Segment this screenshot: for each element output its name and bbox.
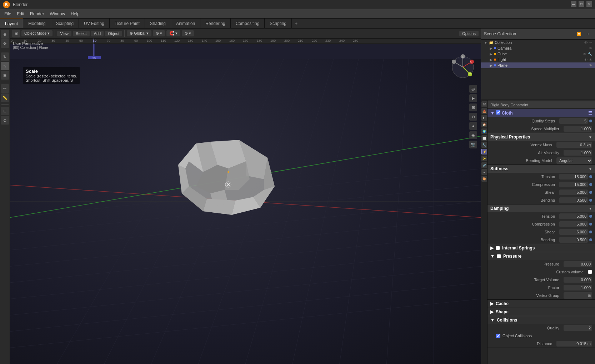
- tab-texture-paint[interactable]: Texture Paint: [110, 19, 145, 28]
- cloth-checkbox[interactable]: [496, 110, 500, 116]
- view-layer-icon[interactable]: ◧: [481, 115, 487, 121]
- add-workspace-button[interactable]: +: [292, 19, 300, 28]
- cache-header[interactable]: ▶ Cache: [488, 300, 595, 308]
- physical-properties-header[interactable]: Physical Properties ▼: [488, 133, 595, 141]
- quality-steps-value[interactable]: [559, 118, 588, 124]
- maximize-button[interactable]: □: [579, 1, 584, 7]
- cursor-tool[interactable]: ⊕: [1, 30, 9, 39]
- viewport-gizmo[interactable]: X Z Y: [449, 53, 477, 81]
- minimize-button[interactable]: —: [571, 1, 576, 7]
- tab-compositing[interactable]: Compositing: [231, 19, 265, 28]
- object-props-icon[interactable]: ⬜: [481, 135, 487, 141]
- collision-quality-value[interactable]: [564, 325, 592, 331]
- annotate-tool[interactable]: ✏: [1, 84, 9, 93]
- damping-header[interactable]: Damping ▼: [488, 204, 595, 212]
- vertex-group-icon[interactable]: ⊞: [588, 294, 591, 298]
- cloth-enabled-checkbox[interactable]: [496, 110, 500, 115]
- constraints-icon[interactable]: 🔗: [481, 162, 487, 168]
- shading-icon[interactable]: ●: [469, 122, 477, 130]
- move-tool[interactable]: ✥: [1, 39, 9, 48]
- vertex-mass-value[interactable]: [556, 142, 592, 148]
- pressure-checkbox[interactable]: [497, 254, 501, 258]
- physics-props-icon[interactable]: ⚡: [481, 149, 487, 155]
- collisions-header[interactable]: ▼ Collisions: [488, 316, 595, 324]
- menu-render[interactable]: Render: [27, 10, 47, 17]
- air-viscosity-value[interactable]: [564, 150, 592, 156]
- measure-tool[interactable]: 📏: [1, 93, 9, 102]
- tab-sculpting[interactable]: Sculpting: [51, 19, 79, 28]
- editor-type-icon[interactable]: ▣: [12, 30, 20, 37]
- tab-scripting[interactable]: Scripting: [265, 19, 292, 28]
- collection-item-root[interactable]: ▼ 📁 Collection 👁 ↩: [481, 40, 595, 45]
- add-collection-icon[interactable]: +: [584, 30, 592, 38]
- render-icon[interactable]: ◉: [469, 131, 477, 139]
- tab-shading[interactable]: Shading: [145, 19, 171, 28]
- data-props-icon[interactable]: ▲: [481, 169, 487, 175]
- distance-value[interactable]: [556, 341, 592, 347]
- extra-tool[interactable]: ⊙: [1, 116, 9, 125]
- factor-value[interactable]: [564, 285, 592, 290]
- damping-compression-value[interactable]: [559, 221, 588, 227]
- rotate-tool[interactable]: ↻: [1, 52, 9, 61]
- speed-multiplier-value[interactable]: [564, 126, 592, 132]
- world-props-icon[interactable]: 🌍: [481, 128, 487, 134]
- cloth-header[interactable]: ▼ Cloth ☰: [488, 109, 595, 117]
- stiffness-header[interactable]: Stiffness ▼: [488, 165, 595, 173]
- bending-model-select[interactable]: Angular Linear: [556, 157, 592, 164]
- global-transform[interactable]: ⊕ Global ▾: [127, 30, 151, 36]
- tab-modeling[interactable]: Modeling: [23, 19, 51, 28]
- pressure-value[interactable]: [564, 261, 592, 267]
- camera-icon[interactable]: 📷: [469, 141, 477, 148]
- viewport-toggle-icon[interactable]: ◎: [469, 85, 477, 93]
- tab-rendering[interactable]: Rendering: [200, 19, 230, 28]
- overlay-icon[interactable]: ⊙: [469, 113, 477, 121]
- menu-window[interactable]: Window: [47, 10, 68, 17]
- pressure-header[interactable]: ▼ Pressure: [488, 252, 595, 260]
- object-menu[interactable]: Object: [105, 31, 122, 36]
- close-button[interactable]: ✕: [586, 1, 592, 7]
- render-props-icon[interactable]: 🎬: [481, 101, 487, 107]
- tab-uv-editing[interactable]: UV Editing: [79, 19, 110, 28]
- tab-layout[interactable]: Layout: [0, 19, 23, 28]
- toolbar-toggle-icon[interactable]: ⊞: [469, 103, 477, 111]
- stiffness-tension-value[interactable]: [559, 174, 588, 180]
- view-menu[interactable]: View: [57, 31, 71, 36]
- output-props-icon[interactable]: 📤: [481, 108, 487, 114]
- add-menu[interactable]: Add: [91, 31, 104, 36]
- collection-item-camera[interactable]: ▶ Camera 👁: [481, 45, 595, 51]
- stiffness-compression-value[interactable]: [559, 182, 588, 187]
- object-collisions-checkbox[interactable]: [496, 334, 500, 338]
- material-icon[interactable]: 🎨: [481, 176, 487, 182]
- tab-animation[interactable]: Animation: [171, 19, 200, 28]
- custom-volume-checkbox[interactable]: [588, 270, 592, 274]
- transform-tool[interactable]: ⊞: [1, 71, 9, 80]
- collection-item-light[interactable]: ▶ Light 👁 ☀: [481, 57, 595, 62]
- timeline-track[interactable]: 60: [10, 44, 481, 59]
- scene-props-icon[interactable]: 🏠: [481, 122, 487, 127]
- target-volume-value[interactable]: [564, 277, 592, 283]
- stiffness-bending-value[interactable]: [559, 197, 588, 203]
- proportional-edit[interactable]: ⊙ ▾: [182, 30, 194, 36]
- menu-file[interactable]: File: [1, 10, 14, 17]
- filter-icon[interactable]: 🔽: [575, 30, 583, 38]
- internal-springs-header[interactable]: ▶ Internal Springs: [488, 244, 595, 252]
- viewport-canvas[interactable]: User Perspective (60) Collection | Plane…: [10, 39, 481, 364]
- add-cube-tool[interactable]: □: [1, 107, 9, 115]
- damping-bending-value[interactable]: [559, 237, 588, 243]
- menu-edit[interactable]: Edit: [14, 10, 27, 17]
- scale-tool[interactable]: ⤡: [1, 62, 9, 70]
- particles-icon[interactable]: ✨: [481, 156, 487, 161]
- collection-item-plane[interactable]: ▶ Plane 👁: [481, 62, 595, 68]
- sidebar-toggle-icon[interactable]: ▶: [469, 94, 477, 102]
- snap-toggle[interactable]: 🧲 ▾: [166, 30, 180, 36]
- select-menu[interactable]: Select: [73, 31, 90, 36]
- shape-header[interactable]: ▶ Shape: [488, 308, 595, 316]
- damping-tension-value[interactable]: [559, 213, 588, 219]
- pivot-point[interactable]: ⊙ ▾: [153, 30, 165, 36]
- mode-select[interactable]: Object Mode ▾: [21, 30, 52, 36]
- internal-springs-checkbox[interactable]: [496, 246, 500, 250]
- damping-shear-value[interactable]: [559, 229, 588, 235]
- options-btn[interactable]: Options: [459, 31, 479, 36]
- collection-item-cube[interactable]: ▶ Cube 👁 🔧: [481, 51, 595, 57]
- modifier-props-icon[interactable]: 🔧: [481, 142, 487, 148]
